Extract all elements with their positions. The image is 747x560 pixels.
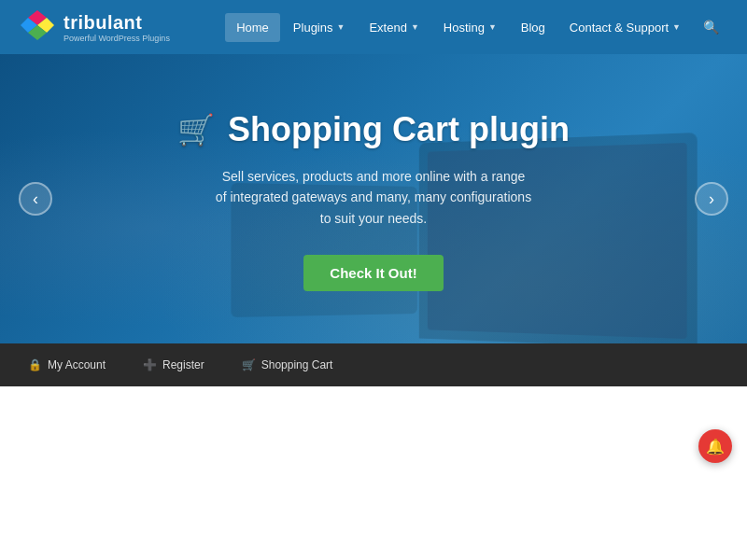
notification-bell[interactable]: 🔔: [698, 429, 732, 463]
hero-title: 🛒 Shopping Cart plugin: [0, 110, 747, 149]
register-icon: ➕: [143, 358, 157, 371]
logo-text: tribulant Powerful WordPress Plugins: [63, 12, 170, 43]
hero-section: ‹ 🛒 Shopping Cart plugin Sell services, …: [0, 54, 747, 343]
nav-item-plugins[interactable]: Plugins ▼: [282, 13, 357, 42]
hero-arrow-right[interactable]: ›: [695, 182, 728, 216]
bottom-link-register[interactable]: ➕ Register: [143, 358, 204, 371]
lock-icon: 🔒: [28, 358, 42, 371]
hero-content: 🛒 Shopping Cart plugin Sell services, pr…: [0, 54, 747, 291]
hero-subtitle: Sell services, products and more online …: [215, 166, 532, 229]
chevron-down-icon: ▼: [411, 22, 419, 32]
bottom-link-cart[interactable]: 🛒 Shopping Cart: [242, 358, 333, 371]
cart-icon: 🛒: [177, 112, 215, 147]
nav-item-hosting[interactable]: Hosting ▼: [432, 13, 508, 42]
chevron-down-icon: ▼: [488, 22, 497, 32]
register-label: Register: [162, 358, 204, 371]
navbar: tribulant Powerful WordPress Plugins Hom…: [0, 0, 747, 54]
account-label: My Account: [48, 358, 106, 371]
search-icon[interactable]: 🔍: [694, 12, 728, 42]
nav-item-contact[interactable]: Contact & Support ▼: [558, 13, 692, 42]
bell-icon: 🔔: [706, 438, 725, 455]
cart-icon-bottom: 🛒: [242, 358, 256, 371]
nav-item-home[interactable]: Home: [225, 13, 280, 42]
nav-item-extend[interactable]: Extend ▼: [358, 13, 430, 42]
nav-item-blog[interactable]: Blog: [510, 13, 557, 42]
logo-icon: [19, 8, 56, 46]
bottom-link-account[interactable]: 🔒 My Account: [28, 358, 106, 371]
logo-area[interactable]: tribulant Powerful WordPress Plugins: [19, 8, 170, 46]
chevron-down-icon: ▼: [672, 22, 681, 32]
logo-tagline: Powerful WordPress Plugins: [63, 34, 170, 43]
nav-links: Home Plugins ▼ Extend ▼ Hosting ▼ Blog C…: [225, 12, 728, 42]
bottom-bar: 🔒 My Account ➕ Register 🛒 Shopping Cart: [0, 343, 747, 386]
chevron-down-icon: ▼: [336, 22, 345, 32]
cart-label: Shopping Cart: [261, 358, 333, 371]
cta-button[interactable]: Check It Out!: [303, 255, 443, 291]
page-body: [0, 386, 747, 560]
arrow-right-icon: ›: [709, 189, 714, 209]
logo-name: tribulant: [63, 12, 170, 34]
